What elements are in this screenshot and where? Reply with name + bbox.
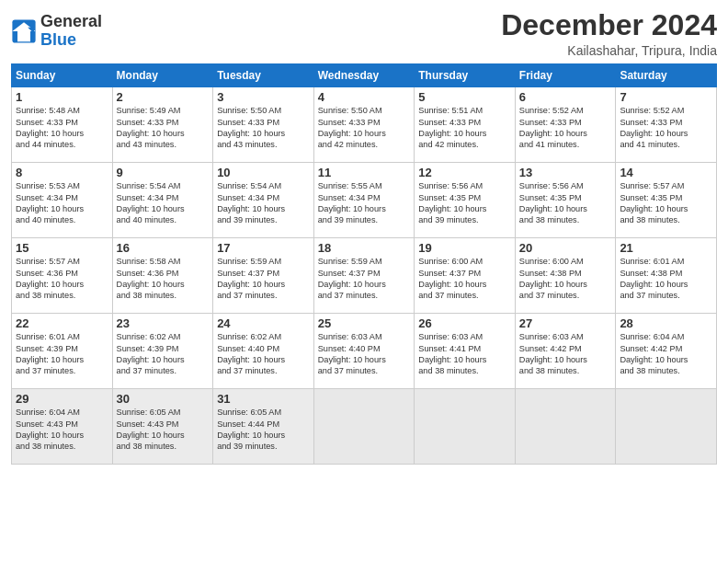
col-monday: Monday	[112, 64, 213, 87]
day-number: 5	[418, 90, 511, 104]
day-number: 30	[117, 392, 210, 406]
location: Kailashahar, Tripura, India	[501, 43, 717, 58]
calendar-table: Sunday Monday Tuesday Wednesday Thursday…	[11, 63, 717, 465]
col-tuesday: Tuesday	[213, 64, 314, 87]
calendar-cell: 7Sunrise: 5:52 AMSunset: 4:33 PMDaylight…	[616, 87, 717, 163]
col-friday: Friday	[515, 64, 616, 87]
week-row-5: 29Sunrise: 6:04 AMSunset: 4:43 PMDayligh…	[12, 389, 717, 465]
day-info: Sunrise: 5:52 AMSunset: 4:33 PMDaylight:…	[620, 105, 712, 151]
calendar-cell: 4Sunrise: 5:50 AMSunset: 4:33 PMDaylight…	[313, 87, 415, 163]
header: General Blue December 2024 Kailashahar, …	[11, 9, 717, 58]
day-number: 6	[519, 90, 612, 104]
day-info: Sunrise: 6:00 AMSunset: 4:37 PMDaylight:…	[418, 256, 511, 302]
day-info: Sunrise: 5:53 AMSunset: 4:34 PMDaylight:…	[16, 180, 108, 226]
day-number: 1	[16, 90, 108, 104]
calendar-cell: 20Sunrise: 6:00 AMSunset: 4:38 PMDayligh…	[515, 238, 616, 314]
calendar-cell: 31Sunrise: 6:05 AMSunset: 4:44 PMDayligh…	[213, 389, 314, 465]
calendar-cell: 19Sunrise: 6:00 AMSunset: 4:37 PMDayligh…	[415, 238, 516, 314]
calendar-cell: 6Sunrise: 5:52 AMSunset: 4:33 PMDaylight…	[515, 87, 616, 163]
day-info: Sunrise: 5:57 AMSunset: 4:36 PMDaylight:…	[16, 256, 108, 302]
day-info: Sunrise: 6:00 AMSunset: 4:38 PMDaylight:…	[519, 256, 612, 302]
day-info: Sunrise: 5:59 AMSunset: 4:37 PMDaylight:…	[217, 256, 310, 302]
title-block: December 2024 Kailashahar, Tripura, Indi…	[501, 9, 717, 58]
month-title: December 2024	[501, 9, 717, 41]
day-info: Sunrise: 6:03 AMSunset: 4:41 PMDaylight:…	[418, 331, 511, 377]
calendar-cell	[616, 389, 717, 465]
week-row-4: 22Sunrise: 6:01 AMSunset: 4:39 PMDayligh…	[12, 314, 717, 389]
day-number: 27	[519, 316, 612, 330]
day-number: 17	[217, 241, 310, 255]
day-info: Sunrise: 6:01 AMSunset: 4:39 PMDaylight:…	[16, 331, 108, 377]
calendar-cell: 22Sunrise: 6:01 AMSunset: 4:39 PMDayligh…	[12, 314, 113, 389]
calendar-cell: 30Sunrise: 6:05 AMSunset: 4:43 PMDayligh…	[112, 389, 213, 465]
day-info: Sunrise: 5:57 AMSunset: 4:35 PMDaylight:…	[620, 180, 712, 226]
day-info: Sunrise: 6:02 AMSunset: 4:39 PMDaylight:…	[117, 331, 210, 377]
day-info: Sunrise: 5:50 AMSunset: 4:33 PMDaylight:…	[318, 105, 411, 151]
calendar-cell: 10Sunrise: 5:54 AMSunset: 4:34 PMDayligh…	[213, 163, 314, 238]
day-info: Sunrise: 5:49 AMSunset: 4:33 PMDaylight:…	[117, 105, 210, 151]
day-info: Sunrise: 6:05 AMSunset: 4:43 PMDaylight:…	[117, 407, 210, 453]
col-sunday: Sunday	[12, 64, 113, 87]
day-info: Sunrise: 6:01 AMSunset: 4:38 PMDaylight:…	[620, 256, 712, 302]
day-number: 29	[16, 392, 108, 406]
day-info: Sunrise: 6:02 AMSunset: 4:40 PMDaylight:…	[217, 331, 310, 377]
col-wednesday: Wednesday	[313, 64, 415, 87]
calendar-cell: 5Sunrise: 5:51 AMSunset: 4:33 PMDaylight…	[415, 87, 516, 163]
calendar-cell: 12Sunrise: 5:56 AMSunset: 4:35 PMDayligh…	[415, 163, 516, 238]
day-number: 20	[519, 241, 612, 255]
calendar-cell: 8Sunrise: 5:53 AMSunset: 4:34 PMDaylight…	[12, 163, 113, 238]
calendar-cell	[515, 389, 616, 465]
day-info: Sunrise: 6:03 AMSunset: 4:42 PMDaylight:…	[519, 331, 612, 377]
day-number: 11	[318, 166, 411, 179]
calendar-cell: 3Sunrise: 5:50 AMSunset: 4:33 PMDaylight…	[213, 87, 314, 163]
day-number: 22	[16, 316, 108, 330]
day-info: Sunrise: 6:04 AMSunset: 4:43 PMDaylight:…	[16, 407, 108, 453]
day-number: 23	[117, 316, 210, 330]
week-row-3: 15Sunrise: 5:57 AMSunset: 4:36 PMDayligh…	[12, 238, 717, 314]
day-number: 13	[519, 166, 612, 179]
day-number: 31	[217, 392, 310, 406]
calendar-cell	[415, 389, 516, 465]
day-info: Sunrise: 6:03 AMSunset: 4:40 PMDaylight:…	[318, 331, 411, 377]
day-info: Sunrise: 6:04 AMSunset: 4:42 PMDaylight:…	[620, 331, 712, 377]
day-info: Sunrise: 5:55 AMSunset: 4:34 PMDaylight:…	[318, 180, 411, 226]
day-number: 9	[117, 166, 210, 179]
calendar-cell: 18Sunrise: 5:59 AMSunset: 4:37 PMDayligh…	[313, 238, 415, 314]
day-number: 18	[318, 241, 411, 255]
calendar-cell: 13Sunrise: 5:56 AMSunset: 4:35 PMDayligh…	[515, 163, 616, 238]
calendar-cell: 23Sunrise: 6:02 AMSunset: 4:39 PMDayligh…	[112, 314, 213, 389]
calendar-cell: 26Sunrise: 6:03 AMSunset: 4:41 PMDayligh…	[415, 314, 516, 389]
day-number: 19	[418, 241, 511, 255]
calendar-cell: 17Sunrise: 5:59 AMSunset: 4:37 PMDayligh…	[213, 238, 314, 314]
day-info: Sunrise: 5:56 AMSunset: 4:35 PMDaylight:…	[418, 180, 511, 226]
day-info: Sunrise: 5:50 AMSunset: 4:33 PMDaylight:…	[217, 105, 310, 151]
day-info: Sunrise: 5:51 AMSunset: 4:33 PMDaylight:…	[418, 105, 511, 151]
day-info: Sunrise: 5:58 AMSunset: 4:36 PMDaylight:…	[117, 256, 210, 302]
day-info: Sunrise: 6:05 AMSunset: 4:44 PMDaylight:…	[217, 407, 310, 453]
day-number: 10	[217, 166, 310, 179]
calendar-cell: 14Sunrise: 5:57 AMSunset: 4:35 PMDayligh…	[616, 163, 717, 238]
calendar-cell: 15Sunrise: 5:57 AMSunset: 4:36 PMDayligh…	[12, 238, 113, 314]
day-number: 25	[318, 316, 411, 330]
day-info: Sunrise: 5:56 AMSunset: 4:35 PMDaylight:…	[519, 180, 612, 226]
calendar-cell: 11Sunrise: 5:55 AMSunset: 4:34 PMDayligh…	[313, 163, 415, 238]
calendar-cell: 1Sunrise: 5:48 AMSunset: 4:33 PMDaylight…	[12, 87, 113, 163]
logo-blue: Blue	[40, 30, 76, 49]
day-number: 24	[217, 316, 310, 330]
day-number: 15	[16, 241, 108, 255]
calendar-cell: 16Sunrise: 5:58 AMSunset: 4:36 PMDayligh…	[112, 238, 213, 314]
day-info: Sunrise: 5:54 AMSunset: 4:34 PMDaylight:…	[117, 180, 210, 226]
calendar-cell: 29Sunrise: 6:04 AMSunset: 4:43 PMDayligh…	[12, 389, 113, 465]
calendar-cell: 27Sunrise: 6:03 AMSunset: 4:42 PMDayligh…	[515, 314, 616, 389]
day-number: 14	[620, 166, 712, 179]
logo-icon	[11, 18, 37, 44]
day-number: 7	[620, 90, 712, 104]
day-number: 26	[418, 316, 511, 330]
calendar-cell: 21Sunrise: 6:01 AMSunset: 4:38 PMDayligh…	[616, 238, 717, 314]
day-number: 12	[418, 166, 511, 179]
day-header-row: Sunday Monday Tuesday Wednesday Thursday…	[12, 64, 717, 87]
calendar-body: 1Sunrise: 5:48 AMSunset: 4:33 PMDaylight…	[12, 87, 717, 465]
day-info: Sunrise: 5:54 AMSunset: 4:34 PMDaylight:…	[217, 180, 310, 226]
week-row-2: 8Sunrise: 5:53 AMSunset: 4:34 PMDaylight…	[12, 163, 717, 238]
calendar-cell	[313, 389, 415, 465]
